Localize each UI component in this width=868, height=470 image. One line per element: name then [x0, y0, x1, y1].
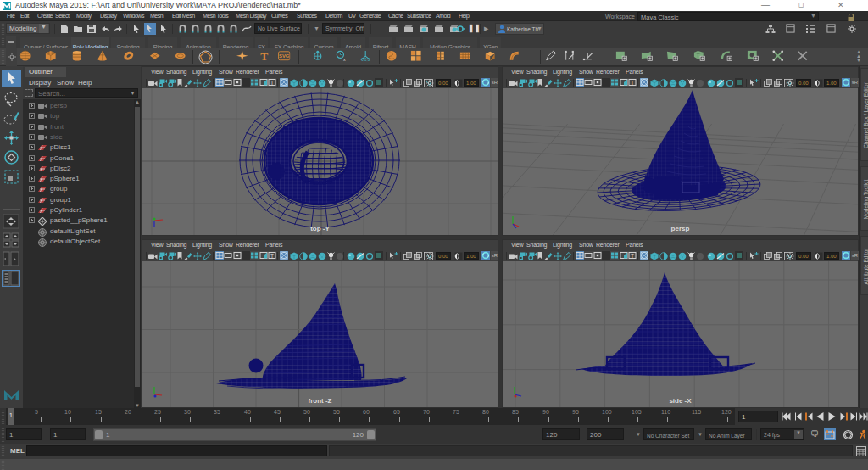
- svg-text:x: x: [343, 57, 346, 62]
- svg-text:T: T: [270, 253, 274, 259]
- svg-text:T: T: [270, 80, 274, 86]
- svg-text:T: T: [260, 50, 268, 62]
- svg-text:0,0,0: 0,0,0: [361, 58, 370, 61]
- svg-text:T: T: [631, 80, 634, 86]
- svg-text:SVG: SVG: [279, 53, 290, 59]
- svg-text:T: T: [631, 253, 634, 259]
